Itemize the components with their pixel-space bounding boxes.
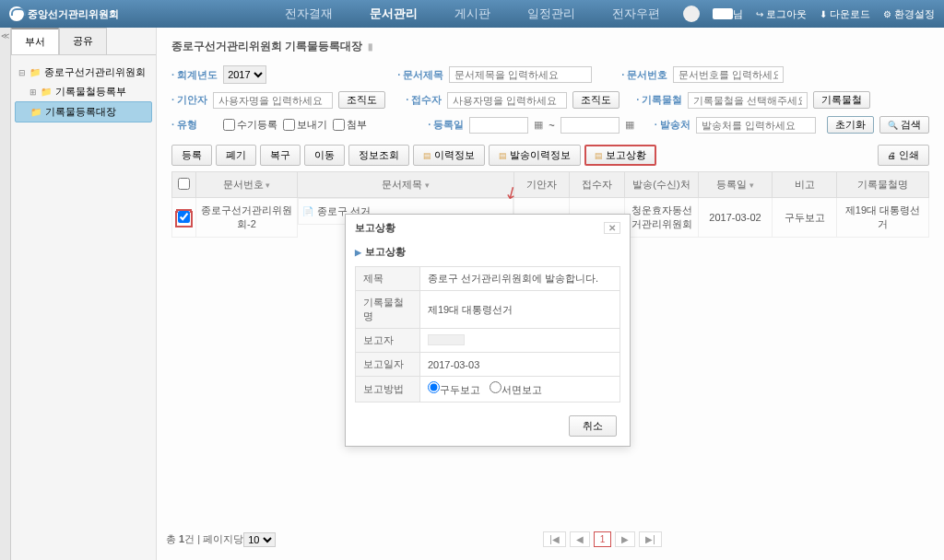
search-button[interactable]: 🔍 검색 [879,116,929,134]
year-select[interactable]: 2017 [223,65,266,84]
sender-label: 발송처 [655,118,690,132]
page-title: 종로구선거관리위원회 기록물등록대장 [171,39,362,54]
report-icon: ▤ [595,151,603,160]
modal-date-label: 보고일자 [356,353,420,377]
page-last[interactable]: ▶| [639,531,662,547]
total-label: 총 1건 | 페이지당 [166,532,243,546]
reset-button[interactable]: 초기화 [827,116,874,134]
register-button[interactable]: 등록 [171,145,212,166]
settings-link[interactable]: ⚙환경설정 [883,7,935,21]
recv-label: 접수자 [406,93,442,107]
cell-note: 구두보고 [773,198,837,238]
radio-written[interactable]: 서면보고 [490,381,542,397]
modal-reporter-label: 보고자 [356,329,420,353]
download-icon: ⬇ [820,9,827,19]
col-docno[interactable]: 문서번호 [196,172,298,198]
col-title[interactable]: 문서제목 [298,172,514,198]
history-button[interactable]: ▤이력정보 [413,145,485,166]
nav-board[interactable]: 게시판 [454,6,490,22]
checkall[interactable] [178,178,190,190]
nav-schedule[interactable]: 일정관리 [527,6,575,22]
author-label: 기안자 [171,93,207,107]
type-check-2[interactable]: 보내기 [283,118,327,132]
modal-subtitle: 보고상황 [365,245,406,259]
col-recv: 접수자 [570,172,625,198]
calendar-icon[interactable]: ▦ [534,119,543,131]
title-input[interactable] [449,66,592,83]
org-button-2[interactable]: 조직도 [572,91,620,109]
bullet-icon: ▶ [355,248,361,257]
col-author: 기안자 [514,172,570,198]
nav-docs[interactable]: 문서관리 [370,6,418,22]
restore-button[interactable]: 복구 [260,145,301,166]
cell-docno: 종로구선거관리위원회-2 [196,198,298,238]
logout-link[interactable]: ↪로그아웃 [756,7,807,21]
file-label: 기록물철 [636,93,682,107]
report-status-button[interactable]: ▤보고상황 [584,145,656,166]
calendar-icon[interactable]: ▦ [625,119,634,131]
move-button[interactable]: 이동 [304,145,345,166]
cell-date: 2017-03-02 [699,198,773,238]
breadcrumb-sep-icon: ▮ [368,41,373,52]
docno-label: 문서번호 [621,68,667,82]
dispose-button[interactable]: 폐기 [216,145,256,166]
tree-item[interactable]: ⊞ 📁 기록물철등록부 [15,82,152,101]
page-current[interactable]: 1 [594,531,612,547]
modal-date-value: 2017-03-03 [420,353,620,377]
nav-mail[interactable]: 전자우편 [612,6,660,22]
type-check-1[interactable]: 수기등록 [223,118,277,132]
app-header: 중앙선거관리위원회 전자결재 문서관리 게시판 일정관리 전자우편 님 ↪로그아… [0,0,944,28]
per-page-select[interactable]: 10 [243,532,276,547]
author-input[interactable] [213,92,333,109]
sendhistory-button[interactable]: ▤발송이력정보 [489,145,581,166]
modal-reporter-value [420,329,620,353]
docno-input[interactable] [673,66,784,83]
header-right: 님 ↪로그아웃 ⬇다운로드 ⚙환경설정 [683,6,935,22]
info-button[interactable]: 정보조회 [348,145,409,166]
nav-approval[interactable]: 전자결재 [285,6,333,22]
sender-input[interactable] [696,117,816,134]
col-sender: 발송(수신)처 [625,172,699,198]
modal-method-label: 보고방법 [356,377,420,402]
sidebar-tab-shared[interactable]: 공유 [59,28,107,54]
date-to-input[interactable] [560,117,620,134]
report-status-modal: 보고상황 ✕ ▶ 보고상황 제목종로구 선거관리위원회에 발송합니다. 기록물철… [345,214,631,447]
download-link[interactable]: ⬇다운로드 [820,7,870,21]
radio-oral[interactable]: 구두보고 [428,381,480,397]
cell-sender: 청운효자동선거관리위원회 [625,198,699,238]
search-icon: 🔍 [888,121,898,130]
date-from-input[interactable] [469,117,528,134]
close-icon[interactable]: ✕ [604,222,620,234]
file-input[interactable] [688,92,808,109]
username: 님 [713,7,743,21]
type-check-3[interactable]: 첨부 [333,118,367,132]
col-date[interactable]: 등록일 [699,172,773,198]
pagination: 총 1건 | 페이지당 10 |◀ ◀ 1 ▶ ▶| [166,531,929,547]
print-button[interactable]: 🖨 인쇄 [878,145,929,166]
collapse-icon[interactable]: ⊟ [18,68,26,77]
row-checkbox[interactable] [178,211,190,223]
sidebar-tab-dept[interactable]: 부서 [11,28,59,54]
page-prev[interactable]: ◀ [570,531,590,547]
document-icon: 📄 [302,206,313,216]
toolbar: 등록 폐기 복구 이동 정보조회 ▤이력정보 ▤발송이력정보 ▤보고상황 🖨 인… [171,145,929,166]
sendhist-icon: ▤ [499,151,507,160]
sidebar: 부서 공유 ⊟ 📁 종로구선거관리위원회 ⊞ 📁 기록물철등록부 📁 기록물등록… [11,28,157,560]
year-label: 회계년도 [171,68,218,82]
cancel-button[interactable]: 취소 [569,415,617,437]
page-first[interactable]: |◀ [543,531,566,547]
expand-icon[interactable]: ⊞ [30,88,37,97]
folder-icon: 📁 [41,87,52,97]
org-button[interactable]: 조직도 [338,91,385,109]
tree-root[interactable]: ⊟ 📁 종로구선거관리위원회 [15,63,152,82]
page-next[interactable]: ▶ [615,531,635,547]
avatar-icon[interactable] [683,6,700,22]
folder-icon: 📁 [30,67,41,77]
sidebar-toggle[interactable]: ≪ [0,28,11,560]
recv-input[interactable] [447,92,567,109]
tree-item-selected[interactable]: 📁 기록물등록대장 [15,101,152,122]
top-nav: 전자결재 문서관리 게시판 일정관리 전자우편 [285,6,660,22]
title-label: 문서제목 [397,68,443,82]
file-button[interactable]: 기록물철 [813,91,870,109]
modal-subject-value: 종로구 선거관리위원회에 발송합니다. [420,267,620,291]
